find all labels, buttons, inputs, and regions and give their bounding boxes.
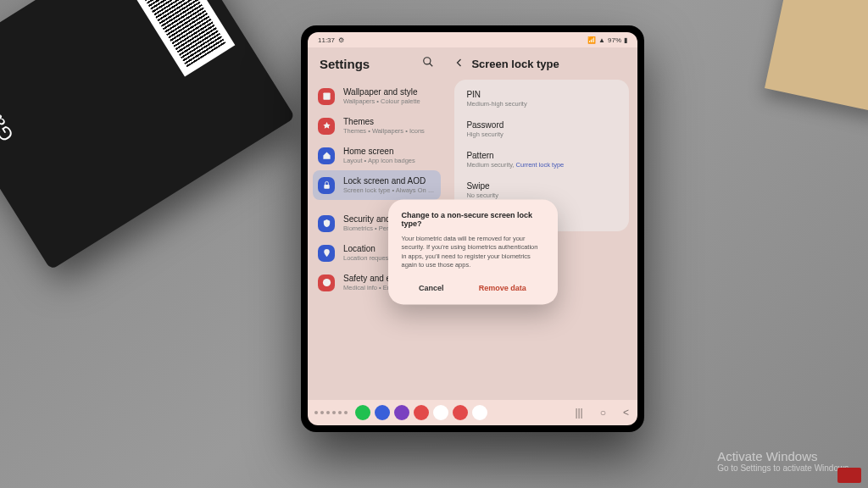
- lock-option-pattern[interactable]: Pattern Medium security, Current lock ty…: [454, 144, 629, 175]
- barcode: [122, 0, 236, 76]
- app-icon-red[interactable]: [414, 405, 429, 420]
- item-sub: Themes • Wallpapers • Icons: [343, 127, 436, 135]
- app-drawer-dots[interactable]: [314, 411, 348, 414]
- item-title: Lock screen and AOD: [343, 176, 436, 186]
- battery-icon: ▮: [624, 36, 627, 44]
- signal-icon: ▲: [598, 36, 605, 44]
- confirmation-dialog: Change to a non-secure screen lock type?…: [388, 199, 558, 304]
- svg-point-4: [322, 279, 330, 286]
- recents-button[interactable]: |||: [575, 407, 582, 419]
- lock-sub: High security: [466, 130, 617, 138]
- lock-option-password[interactable]: Password High security: [454, 114, 629, 144]
- lock-title: Password: [466, 119, 617, 130]
- lock-sub: Medium security, Current lock type: [466, 161, 617, 169]
- product-box: Galaxy Z Fold6: [0, 0, 295, 270]
- windows-watermark: Activate Windows Go to Settings to activ…: [717, 449, 851, 473]
- lock-title: Swipe: [466, 180, 617, 191]
- page-title: Settings: [320, 57, 370, 71]
- lock-option-pin[interactable]: PIN Medium-high security: [454, 83, 629, 114]
- battery-text: 97%: [608, 36, 621, 44]
- lock-sub: Medium-high security: [466, 100, 617, 108]
- screen: 11:37 ⚙ 📶 ▲ 97% ▮ Settings: [308, 32, 637, 425]
- watermark-sub: Go to Settings to activate Windows.: [717, 463, 851, 473]
- home-icon: [318, 147, 335, 164]
- back-button[interactable]: <: [623, 407, 629, 419]
- content-area: Settings Wallpaper and style Wallpapers …: [308, 47, 637, 400]
- location-icon: [318, 245, 335, 262]
- dialog-title: Change to a non-secure screen lock type?: [402, 211, 544, 228]
- lock-sub: No security: [466, 191, 617, 199]
- watermark-title: Activate Windows: [717, 449, 851, 463]
- item-sub: Layout • App icon badges: [343, 157, 436, 164]
- shield-icon: [318, 215, 335, 232]
- svg-point-0: [424, 58, 431, 64]
- settings-item-themes[interactable]: Themes Themes • Wallpapers • Icons: [313, 111, 441, 141]
- box-label: Galaxy Z Fold6: [0, 21, 19, 145]
- svg-rect-3: [324, 185, 329, 189]
- lock-title: Pattern: [466, 150, 617, 161]
- gallery-app-icon[interactable]: [433, 405, 448, 420]
- status-time: 11:37: [318, 36, 335, 44]
- messages-app-icon[interactable]: [375, 405, 390, 420]
- cancel-button[interactable]: Cancel: [412, 280, 451, 296]
- item-title: Themes: [343, 117, 436, 127]
- settings-item-lockscreen[interactable]: Lock screen and AOD Screen lock type • A…: [313, 170, 441, 200]
- wallpaper-icon: [318, 88, 335, 105]
- item-sub: Screen lock type • Always On Display: [343, 186, 436, 194]
- emergency-icon: [318, 274, 335, 291]
- settings-item-homescreen[interactable]: Home screen Layout • App icon badges: [313, 141, 441, 170]
- dialog-body: Your biometric data will be removed for …: [402, 235, 544, 270]
- wood-block: [765, 0, 868, 113]
- device-frame: 11:37 ⚙ 📶 ▲ 97% ▮ Settings: [301, 25, 644, 432]
- svg-line-1: [430, 64, 433, 67]
- lock-icon: [318, 177, 335, 194]
- item-sub: Wallpapers • Colour palette: [343, 97, 436, 105]
- item-title: Wallpaper and style: [343, 87, 436, 97]
- themes-icon: [318, 118, 335, 135]
- phone-app-icon[interactable]: [355, 405, 370, 420]
- detail-title: Screen lock type: [471, 58, 559, 70]
- wifi-icon: 📶: [587, 36, 596, 44]
- lock-title: PIN: [466, 89, 617, 100]
- settings-item-wallpaper[interactable]: Wallpaper and style Wallpapers • Colour …: [313, 81, 441, 111]
- app-icon-red2[interactable]: [453, 405, 468, 420]
- remove-data-button[interactable]: Remove data: [472, 280, 533, 296]
- item-title: Home screen: [343, 147, 436, 157]
- status-bar: 11:37 ⚙ 📶 ▲ 97% ▮: [308, 32, 637, 47]
- browser-app-icon[interactable]: [394, 405, 409, 420]
- home-button[interactable]: ○: [600, 407, 606, 419]
- svg-rect-2: [323, 92, 330, 99]
- channel-logo: [837, 468, 861, 483]
- play-store-icon[interactable]: [472, 405, 487, 420]
- back-icon[interactable]: [454, 56, 465, 71]
- navigation-bar: ||| ○ <: [308, 400, 637, 425]
- settings-icon: ⚙: [338, 36, 344, 44]
- search-icon[interactable]: [422, 56, 434, 71]
